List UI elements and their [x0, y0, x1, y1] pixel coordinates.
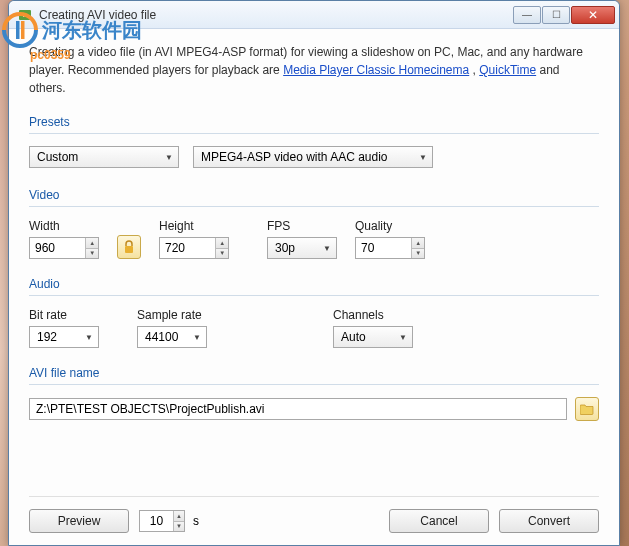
channels-value: Auto [341, 330, 366, 344]
height-spinner[interactable]: ▲▼ [159, 237, 229, 259]
filename-input[interactable]: Z:\PTE\TEST OBJECTS\ProjectPublish.avi [29, 398, 567, 420]
seconds-input[interactable] [140, 511, 173, 531]
fps-value: 30p [275, 241, 295, 255]
titlebar[interactable]: Creating AVI video file — ☐ ✕ [9, 1, 619, 29]
filename-label: AVI file name [29, 366, 599, 380]
quality-input[interactable] [356, 238, 411, 258]
quality-label: Quality [355, 219, 425, 233]
intro-line2a: player. Recommended players for playback… [29, 63, 283, 77]
height-input[interactable] [160, 238, 215, 258]
chevron-down-icon: ▼ [193, 333, 201, 342]
fps-dropdown[interactable]: 30p ▼ [267, 237, 337, 259]
preset-dropdown[interactable]: Custom ▼ [29, 146, 179, 168]
spinner-buttons[interactable]: ▲▼ [85, 238, 98, 258]
link-quicktime[interactable]: QuickTime [479, 63, 536, 77]
spinner-buttons[interactable]: ▲▼ [215, 238, 228, 258]
channels-label: Channels [333, 308, 413, 322]
close-button[interactable]: ✕ [571, 6, 615, 24]
chevron-down-icon: ▼ [399, 333, 407, 342]
video-label: Video [29, 188, 599, 202]
chevron-down-icon: ▼ [419, 153, 427, 162]
samplerate-value: 44100 [145, 330, 178, 344]
bitrate-dropdown[interactable]: 192 ▼ [29, 326, 99, 348]
preset-value: Custom [37, 150, 78, 164]
folder-icon [580, 403, 594, 415]
spinner-buttons[interactable]: ▲▼ [411, 238, 424, 258]
chevron-down-icon: ▼ [165, 153, 173, 162]
fps-label: FPS [267, 219, 337, 233]
quality-spinner[interactable]: ▲▼ [355, 237, 425, 259]
preview-button[interactable]: Preview [29, 509, 129, 533]
maximize-button[interactable]: ☐ [542, 6, 570, 24]
bitrate-label: Bit rate [29, 308, 99, 322]
preview-label: Preview [58, 514, 101, 528]
lock-icon [123, 240, 135, 254]
audio-label: Audio [29, 277, 599, 291]
bitrate-value: 192 [37, 330, 57, 344]
codec-dropdown[interactable]: MPEG4-ASP video with AAC audio ▼ [193, 146, 433, 168]
filename-value: Z:\PTE\TEST OBJECTS\ProjectPublish.avi [36, 402, 265, 416]
convert-button[interactable]: Convert [499, 509, 599, 533]
width-label: Width [29, 219, 99, 233]
samplerate-dropdown[interactable]: 44100 ▼ [137, 326, 207, 348]
convert-label: Convert [528, 514, 570, 528]
seconds-unit: s [193, 514, 199, 528]
presets-label: Presets [29, 115, 599, 129]
codec-value: MPEG4-ASP video with AAC audio [201, 150, 388, 164]
window-title: Creating AVI video file [39, 8, 513, 22]
width-spinner[interactable]: ▲▼ [29, 237, 99, 259]
divider [29, 295, 599, 296]
app-icon [17, 7, 33, 23]
spinner-buttons[interactable]: ▲▼ [173, 511, 184, 531]
browse-button[interactable] [575, 397, 599, 421]
divider [29, 133, 599, 134]
lock-aspect-button[interactable] [117, 235, 141, 259]
cancel-label: Cancel [420, 514, 457, 528]
dialog-window: Creating AVI video file — ☐ ✕ Creating a… [8, 0, 620, 546]
seconds-spinner[interactable]: ▲▼ [139, 510, 185, 532]
cancel-button[interactable]: Cancel [389, 509, 489, 533]
svg-rect-5 [125, 246, 133, 253]
samplerate-label: Sample rate [137, 308, 207, 322]
divider [29, 206, 599, 207]
divider [29, 384, 599, 385]
chevron-down-icon: ▼ [323, 244, 331, 253]
minimize-button[interactable]: — [513, 6, 541, 24]
channels-dropdown[interactable]: Auto ▼ [333, 326, 413, 348]
intro-text: Creating a video file (in AVI MPEG4-ASP … [29, 43, 599, 97]
height-label: Height [159, 219, 229, 233]
width-input[interactable] [30, 238, 85, 258]
chevron-down-icon: ▼ [85, 333, 93, 342]
intro-line1: Creating a video file (in AVI MPEG4-ASP … [29, 45, 583, 59]
link-mpchc[interactable]: Media Player Classic Homecinema [283, 63, 469, 77]
